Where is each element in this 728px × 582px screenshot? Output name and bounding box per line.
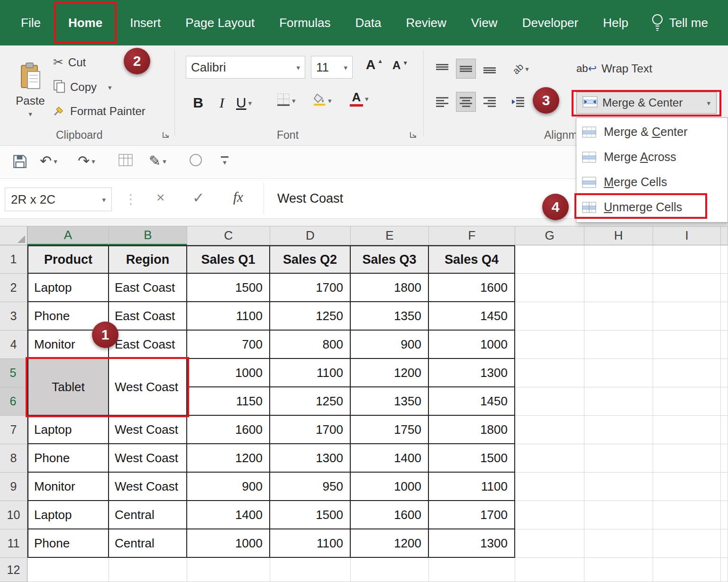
empty-cell[interactable] — [27, 558, 109, 582]
cell[interactable]: 1600 — [187, 416, 270, 444]
tab-page-layout[interactable]: Page Layout — [173, 0, 267, 45]
cell[interactable]: 1000 — [187, 529, 270, 558]
header-cell[interactable]: Sales Q2 — [270, 245, 351, 274]
empty-cell[interactable] — [351, 558, 429, 582]
cell[interactable]: 1500 — [270, 501, 351, 529]
cell[interactable]: Laptop — [27, 416, 109, 444]
font-color-button[interactable]: A ▾ — [350, 91, 369, 107]
cell[interactable]: 1100 — [187, 302, 270, 331]
row-header-4[interactable]: 4 — [0, 331, 27, 359]
cell[interactable]: Phone — [27, 529, 109, 558]
cell[interactable]: 1150 — [187, 387, 270, 416]
cell[interactable]: 1250 — [270, 302, 351, 331]
cell[interactable]: 900 — [187, 473, 270, 501]
cell[interactable]: 1800 — [351, 274, 429, 302]
empty-cell[interactable] — [515, 245, 584, 274]
empty-cell[interactable] — [584, 501, 653, 529]
column-header-F[interactable]: F — [429, 226, 515, 245]
column-header-C[interactable]: C — [187, 226, 270, 245]
cell[interactable]: 1450 — [429, 387, 515, 416]
draw-tool-button[interactable]: ✎ ▾ — [149, 154, 166, 168]
tab-formulas[interactable]: Formulas — [267, 0, 343, 45]
cell[interactable]: 1300 — [270, 444, 351, 473]
empty-cell[interactable] — [429, 558, 515, 582]
align-middle-button[interactable] — [456, 59, 476, 79]
customize-qat-button[interactable]: ▾ — [221, 156, 228, 166]
empty-cell[interactable] — [721, 444, 728, 473]
tab-view[interactable]: View — [459, 0, 510, 45]
cell[interactable]: 1000 — [351, 473, 429, 501]
tab-developer[interactable]: Developer — [510, 0, 591, 45]
wrap-text-button[interactable]: ab↩ Wrap Text — [576, 58, 652, 80]
empty-cell[interactable] — [270, 558, 351, 582]
fill-color-button[interactable]: ▾ — [313, 93, 332, 108]
cell[interactable]: 1400 — [187, 501, 270, 529]
empty-cell[interactable] — [584, 302, 653, 331]
empty-cell[interactable] — [584, 416, 653, 444]
empty-cell[interactable] — [584, 529, 653, 558]
empty-cell[interactable] — [584, 558, 653, 582]
cell[interactable]: Phone — [27, 444, 109, 473]
cell[interactable]: 1200 — [351, 359, 429, 387]
empty-cell[interactable] — [515, 473, 584, 501]
cell[interactable]: East Coast — [109, 302, 187, 331]
redo-button[interactable]: ↷ ▾ — [78, 154, 95, 168]
empty-cell[interactable] — [515, 558, 584, 582]
header-cell[interactable]: Sales Q1 — [187, 245, 270, 274]
empty-cell[interactable] — [653, 558, 721, 582]
empty-cell[interactable] — [515, 387, 584, 416]
menu-item-merge-center[interactable]: Merge & Center — [576, 119, 728, 144]
italic-button[interactable]: I — [213, 92, 230, 114]
format-painter-button[interactable]: Format Painter — [53, 104, 146, 118]
empty-cell[interactable] — [584, 331, 653, 359]
cancel-button[interactable]: × — [156, 189, 165, 206]
cell[interactable]: 1600 — [429, 274, 515, 302]
empty-cell[interactable] — [515, 302, 584, 331]
row-header-10[interactable]: 10 — [0, 501, 27, 529]
select-all-corner[interactable] — [0, 226, 27, 245]
empty-cell[interactable] — [721, 416, 728, 444]
merged-cell-product[interactable]: Tablet — [27, 359, 109, 416]
cell[interactable]: 1250 — [270, 387, 351, 416]
empty-cell[interactable] — [721, 359, 728, 387]
tab-tell-me[interactable]: Tell me — [664, 0, 720, 45]
cell[interactable]: 1700 — [429, 501, 515, 529]
empty-cell[interactable] — [584, 274, 653, 302]
decrease-indent-button[interactable] — [508, 92, 528, 112]
empty-cell[interactable] — [653, 274, 721, 302]
empty-cell[interactable] — [721, 331, 728, 359]
borders-button[interactable]: ▾ — [277, 93, 296, 108]
cell[interactable]: 1200 — [351, 529, 429, 558]
empty-cell[interactable] — [187, 558, 270, 582]
align-top-button[interactable] — [432, 59, 452, 79]
cell[interactable]: Laptop — [27, 274, 109, 302]
empty-cell[interactable] — [584, 387, 653, 416]
empty-cell[interactable] — [584, 245, 653, 274]
cell[interactable]: 1300 — [429, 529, 515, 558]
empty-cell[interactable] — [515, 444, 584, 473]
align-right-button[interactable] — [480, 92, 500, 112]
cell[interactable]: 1300 — [429, 359, 515, 387]
shape-tool-button[interactable] — [190, 154, 202, 166]
name-box-resize-handle[interactable]: ⋮ — [124, 191, 137, 207]
empty-cell[interactable] — [515, 359, 584, 387]
cell[interactable]: 1000 — [429, 331, 515, 359]
empty-cell[interactable] — [721, 387, 728, 416]
cell[interactable]: 1450 — [429, 302, 515, 331]
cell[interactable]: 1800 — [429, 416, 515, 444]
empty-cell[interactable] — [515, 529, 584, 558]
empty-cell[interactable] — [515, 331, 584, 359]
header-cell[interactable]: Region — [109, 245, 187, 274]
column-header-H[interactable]: H — [584, 226, 653, 245]
orientation-button[interactable]: ab ▾ — [513, 59, 529, 79]
empty-cell[interactable] — [721, 501, 728, 529]
copy-button[interactable]: Copy ▾ — [53, 80, 112, 95]
cell[interactable]: West Coast — [109, 444, 187, 473]
bold-button[interactable]: B — [189, 92, 208, 114]
merge-center-button[interactable]: Merge & Center ▾ — [576, 92, 717, 114]
tab-insert[interactable]: Insert — [118, 0, 173, 45]
empty-cell[interactable] — [653, 387, 721, 416]
font-size-combo[interactable]: 11 ▾ — [311, 56, 353, 79]
column-header-E[interactable]: E — [351, 226, 429, 245]
font-name-combo[interactable]: Calibri ▾ — [186, 56, 305, 79]
